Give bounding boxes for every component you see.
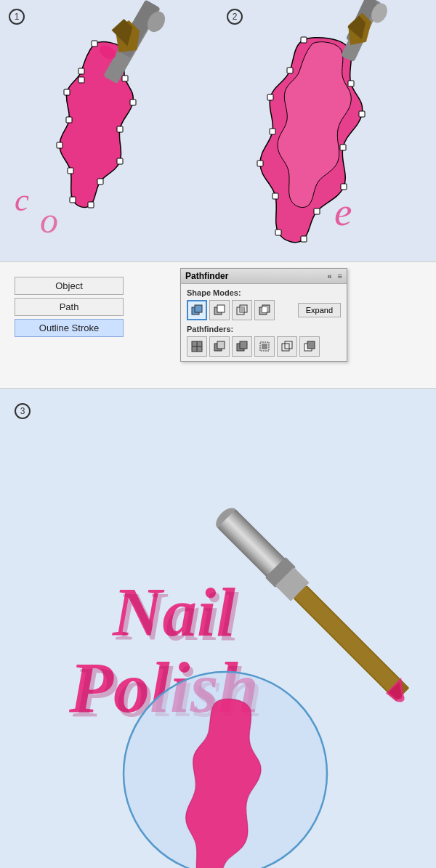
svg-rect-34: [270, 129, 275, 134]
svg-rect-61: [285, 341, 292, 349]
svg-rect-47: [240, 307, 244, 312]
svg-rect-32: [272, 193, 278, 199]
svg-rect-42: [195, 305, 202, 312]
bottom-section: 3 Nail Polish Nail Polish: [0, 389, 436, 868]
pathfinders-row: [187, 336, 341, 357]
bottom-illustration: Nail Polish Nail Polish: [0, 389, 436, 868]
svg-rect-55: [217, 341, 225, 349]
pf-trim[interactable]: [209, 336, 230, 357]
svg-rect-27: [340, 145, 346, 150]
panel-1: 1: [0, 0, 218, 261]
pathfinder-window: Pathfinder « ≡ Shape Modes:: [180, 268, 347, 362]
panel-1-illustration: c o: [0, 0, 218, 261]
pf-divide[interactable]: [187, 336, 207, 357]
middle-section: Object Path Outline Stroke Pathfinder « …: [0, 261, 436, 389]
svg-rect-15: [78, 68, 84, 74]
pathfinder-title: Pathfinder: [185, 271, 228, 281]
svg-rect-3: [122, 76, 128, 81]
svg-rect-14: [78, 77, 84, 83]
svg-rect-26: [359, 111, 365, 117]
svg-rect-29: [314, 208, 320, 214]
step-number-1: 1: [9, 9, 25, 25]
svg-text:c: c: [15, 182, 29, 218]
shape-mode-intersect[interactable]: [232, 300, 252, 320]
svg-rect-57: [240, 341, 247, 349]
menu-item-object[interactable]: Object: [15, 277, 124, 295]
svg-rect-6: [117, 158, 123, 164]
svg-rect-7: [97, 179, 103, 184]
svg-text:Nail: Nail: [116, 578, 240, 655]
svg-rect-11: [57, 142, 62, 148]
menu-item-path[interactable]: Path: [15, 298, 124, 316]
shape-mode-exclude[interactable]: [254, 300, 275, 320]
pf-outline[interactable]: [277, 336, 297, 357]
pf-minus-back[interactable]: [299, 336, 320, 357]
svg-rect-30: [301, 236, 307, 242]
panel-2: 2: [218, 0, 436, 261]
svg-rect-28: [341, 184, 347, 190]
pf-crop[interactable]: [254, 336, 275, 357]
svg-rect-59: [262, 344, 267, 349]
pathfinder-titlebar: Pathfinder « ≡: [181, 269, 347, 284]
panel-2-illustration: e: [218, 0, 436, 261]
svg-rect-1: [92, 41, 97, 46]
svg-rect-5: [117, 126, 123, 132]
svg-text:o: o: [40, 200, 58, 240]
expand-button[interactable]: Expand: [298, 303, 341, 317]
titlebar-controls: « ≡: [327, 272, 342, 280]
shape-modes-row: Expand: [187, 300, 341, 320]
svg-rect-8: [88, 202, 94, 208]
svg-rect-31: [275, 230, 281, 235]
svg-rect-36: [287, 68, 293, 73]
shape-mode-unite[interactable]: [187, 300, 207, 320]
pathfinder-panel: Pathfinder « ≡ Shape Modes:: [174, 262, 436, 388]
svg-rect-60: [282, 344, 289, 351]
svg-rect-4: [130, 100, 136, 105]
svg-rect-50: [262, 307, 267, 312]
menu-icon[interactable]: ≡: [338, 272, 342, 280]
menu-panel: Object Path Outline Stroke: [0, 262, 174, 388]
pf-merge[interactable]: [232, 336, 252, 357]
collapse-icon[interactable]: «: [327, 272, 331, 280]
svg-text:e: e: [334, 190, 352, 234]
step-number-2: 2: [227, 9, 243, 25]
shape-modes-label: Shape Modes:: [187, 288, 341, 297]
svg-rect-13: [64, 89, 70, 95]
svg-rect-23: [301, 37, 307, 43]
svg-rect-44: [217, 305, 225, 312]
svg-rect-12: [66, 117, 72, 123]
shape-mode-minus-front[interactable]: [209, 300, 230, 320]
pathfinders-label: Pathfinders:: [187, 325, 341, 333]
svg-rect-35: [267, 94, 273, 100]
step-number-3: 3: [15, 403, 31, 419]
svg-rect-33: [257, 161, 263, 166]
svg-rect-63: [307, 341, 315, 349]
svg-rect-25: [348, 81, 354, 86]
svg-rect-10: [68, 168, 73, 174]
menu-item-outline-stroke[interactable]: Outline Stroke: [15, 319, 124, 337]
svg-rect-9: [70, 197, 76, 203]
pathfinder-content: Shape Modes:: [181, 284, 347, 361]
top-section: 1: [0, 0, 436, 261]
